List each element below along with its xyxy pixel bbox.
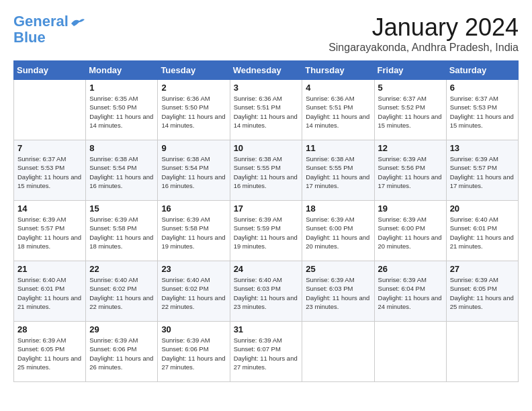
day-info: Sunrise: 6:39 AMSunset: 5:56 PMDaylight:… (378, 154, 443, 190)
calendar-cell: 8Sunrise: 6:38 AMSunset: 5:54 PMDaylight… (86, 140, 158, 201)
day-number: 22 (89, 264, 154, 274)
calendar-cell: 2Sunrise: 6:36 AMSunset: 5:50 PMDaylight… (158, 80, 230, 140)
page-header: GeneralBlue January 2024 Singarayakonda,… (13, 13, 519, 54)
day-number: 18 (306, 203, 370, 214)
day-number: 6 (450, 83, 515, 93)
day-info: Sunrise: 6:39 AMSunset: 6:00 PMDaylight:… (306, 215, 370, 250)
day-number: 24 (234, 264, 299, 274)
day-info: Sunrise: 6:39 AMSunset: 5:59 PMDaylight:… (234, 215, 299, 250)
calendar-cell: 30Sunrise: 6:39 AMSunset: 6:06 PMDayligh… (158, 322, 230, 382)
calendar-cell (14, 80, 86, 140)
calendar-cell: 21Sunrise: 6:40 AMSunset: 6:01 PMDayligh… (14, 261, 86, 322)
day-info: Sunrise: 6:36 AMSunset: 5:50 PMDaylight:… (161, 94, 226, 130)
day-number: 28 (17, 324, 82, 334)
calendar-cell: 13Sunrise: 6:39 AMSunset: 5:57 PMDayligh… (446, 140, 518, 201)
day-number: 20 (450, 203, 515, 214)
day-info: Sunrise: 6:40 AMSunset: 6:01 PMDaylight:… (450, 215, 515, 250)
calendar-cell: 26Sunrise: 6:39 AMSunset: 6:04 PMDayligh… (374, 261, 446, 322)
day-info: Sunrise: 6:38 AMSunset: 5:54 PMDaylight:… (161, 154, 226, 190)
day-number: 13 (450, 143, 515, 153)
weekday-header-saturday: Saturday (446, 61, 518, 80)
day-number: 15 (89, 203, 154, 214)
day-number: 8 (89, 143, 154, 153)
calendar-cell: 14Sunrise: 6:39 AMSunset: 5:57 PMDayligh… (14, 201, 86, 261)
day-info: Sunrise: 6:36 AMSunset: 5:51 PMDaylight:… (306, 94, 370, 130)
day-number: 14 (17, 203, 82, 214)
day-info: Sunrise: 6:39 AMSunset: 6:06 PMDaylight:… (161, 336, 226, 371)
weekday-header-friday: Friday (374, 61, 446, 80)
day-number: 26 (378, 264, 443, 274)
calendar-cell: 24Sunrise: 6:40 AMSunset: 6:03 PMDayligh… (230, 261, 302, 322)
calendar-cell: 27Sunrise: 6:39 AMSunset: 6:05 PMDayligh… (446, 261, 518, 322)
day-info: Sunrise: 6:39 AMSunset: 5:57 PMDaylight:… (17, 215, 82, 250)
calendar-week-row: 28Sunrise: 6:39 AMSunset: 6:05 PMDayligh… (14, 322, 519, 382)
calendar-cell: 20Sunrise: 6:40 AMSunset: 6:01 PMDayligh… (446, 201, 518, 261)
day-number: 16 (161, 203, 226, 214)
day-number: 25 (306, 264, 370, 274)
calendar-cell: 5Sunrise: 6:37 AMSunset: 5:52 PMDaylight… (374, 80, 446, 140)
day-info: Sunrise: 6:38 AMSunset: 5:55 PMDaylight:… (306, 154, 370, 190)
calendar-cell: 18Sunrise: 6:39 AMSunset: 6:00 PMDayligh… (302, 201, 374, 261)
day-info: Sunrise: 6:39 AMSunset: 6:00 PMDaylight:… (378, 215, 443, 250)
day-info: Sunrise: 6:39 AMSunset: 6:07 PMDaylight:… (234, 336, 299, 371)
day-number: 29 (89, 324, 154, 334)
day-info: Sunrise: 6:38 AMSunset: 5:54 PMDaylight:… (89, 154, 154, 190)
calendar-cell (374, 322, 446, 382)
day-number: 4 (306, 83, 370, 93)
title-section: January 2024 Singarayakonda, Andhra Prad… (328, 13, 519, 54)
calendar-cell: 19Sunrise: 6:39 AMSunset: 6:00 PMDayligh… (374, 201, 446, 261)
day-info: Sunrise: 6:39 AMSunset: 5:57 PMDaylight:… (450, 154, 515, 190)
calendar-cell: 7Sunrise: 6:37 AMSunset: 5:53 PMDaylight… (14, 140, 86, 201)
calendar-cell: 29Sunrise: 6:39 AMSunset: 6:06 PMDayligh… (86, 322, 158, 382)
day-info: Sunrise: 6:40 AMSunset: 6:01 PMDaylight:… (17, 275, 82, 311)
calendar-cell: 15Sunrise: 6:39 AMSunset: 5:58 PMDayligh… (86, 201, 158, 261)
day-number: 1 (89, 83, 154, 93)
logo-bird-icon (70, 17, 86, 30)
day-number: 12 (378, 143, 443, 153)
calendar-cell: 11Sunrise: 6:38 AMSunset: 5:55 PMDayligh… (302, 140, 374, 201)
day-info: Sunrise: 6:39 AMSunset: 6:04 PMDaylight:… (378, 275, 443, 311)
day-info: Sunrise: 6:40 AMSunset: 6:02 PMDaylight:… (89, 275, 154, 311)
calendar-table: SundayMondayTuesdayWednesdayThursdayFrid… (13, 60, 519, 382)
day-number: 17 (234, 203, 299, 214)
calendar-cell (446, 322, 518, 382)
day-info: Sunrise: 6:39 AMSunset: 5:58 PMDaylight:… (89, 215, 154, 250)
day-number: 23 (161, 264, 226, 274)
day-number: 31 (234, 324, 299, 334)
day-info: Sunrise: 6:40 AMSunset: 6:03 PMDaylight:… (234, 275, 299, 311)
day-info: Sunrise: 6:39 AMSunset: 5:58 PMDaylight:… (161, 215, 226, 250)
weekday-header-row: SundayMondayTuesdayWednesdayThursdayFrid… (14, 61, 519, 80)
month-title: January 2024 (328, 13, 519, 42)
day-number: 19 (378, 203, 443, 214)
calendar-week-row: 7Sunrise: 6:37 AMSunset: 5:53 PMDaylight… (14, 140, 519, 201)
day-info: Sunrise: 6:39 AMSunset: 6:06 PMDaylight:… (89, 336, 154, 371)
calendar-cell: 22Sunrise: 6:40 AMSunset: 6:02 PMDayligh… (86, 261, 158, 322)
day-info: Sunrise: 6:39 AMSunset: 6:05 PMDaylight:… (450, 275, 515, 311)
calendar-week-row: 1Sunrise: 6:35 AMSunset: 5:50 PMDaylight… (14, 80, 519, 140)
day-info: Sunrise: 6:37 AMSunset: 5:53 PMDaylight:… (17, 154, 82, 190)
day-info: Sunrise: 6:39 AMSunset: 6:05 PMDaylight:… (17, 336, 82, 371)
calendar-cell: 4Sunrise: 6:36 AMSunset: 5:51 PMDaylight… (302, 80, 374, 140)
day-info: Sunrise: 6:35 AMSunset: 5:50 PMDaylight:… (89, 94, 154, 130)
day-number: 5 (378, 83, 443, 93)
calendar-week-row: 14Sunrise: 6:39 AMSunset: 5:57 PMDayligh… (14, 201, 519, 261)
day-info: Sunrise: 6:40 AMSunset: 6:02 PMDaylight:… (161, 275, 226, 311)
weekday-header-thursday: Thursday (302, 61, 374, 80)
day-info: Sunrise: 6:38 AMSunset: 5:55 PMDaylight:… (234, 154, 299, 190)
location-title: Singarayakonda, Andhra Pradesh, India (328, 42, 519, 54)
weekday-header-tuesday: Tuesday (158, 61, 230, 80)
day-info: Sunrise: 6:36 AMSunset: 5:51 PMDaylight:… (234, 94, 299, 130)
day-info: Sunrise: 6:37 AMSunset: 5:53 PMDaylight:… (450, 94, 515, 130)
logo-text: GeneralBlue (13, 13, 69, 46)
day-number: 2 (161, 83, 226, 93)
weekday-header-sunday: Sunday (14, 61, 86, 80)
day-number: 9 (161, 143, 226, 153)
calendar-cell: 17Sunrise: 6:39 AMSunset: 5:59 PMDayligh… (230, 201, 302, 261)
day-number: 27 (450, 264, 515, 274)
day-number: 30 (161, 324, 226, 334)
day-info: Sunrise: 6:37 AMSunset: 5:52 PMDaylight:… (378, 94, 443, 130)
calendar-cell: 23Sunrise: 6:40 AMSunset: 6:02 PMDayligh… (158, 261, 230, 322)
calendar-cell: 31Sunrise: 6:39 AMSunset: 6:07 PMDayligh… (230, 322, 302, 382)
calendar-cell: 1Sunrise: 6:35 AMSunset: 5:50 PMDaylight… (86, 80, 158, 140)
calendar-week-row: 21Sunrise: 6:40 AMSunset: 6:01 PMDayligh… (14, 261, 519, 322)
